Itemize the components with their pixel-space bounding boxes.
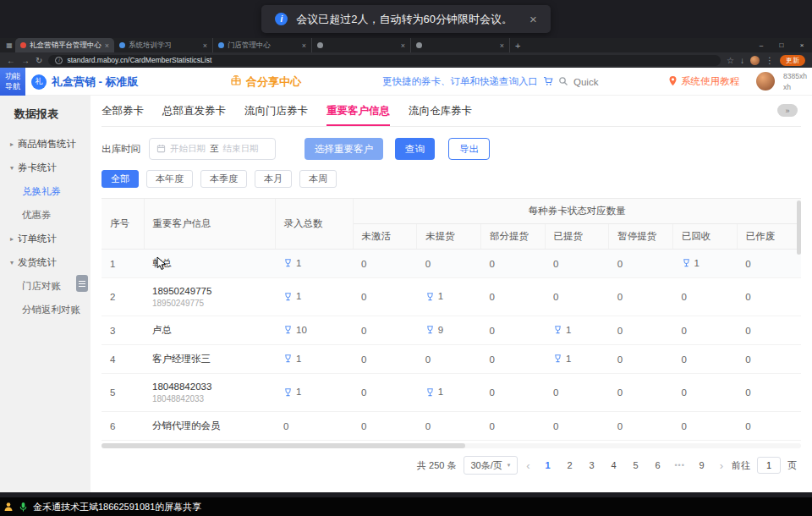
cell-value: 0 xyxy=(745,387,750,398)
share-center-label: 合分享中心 xyxy=(246,74,301,90)
browser-tab[interactable]: 系统培训学习× xyxy=(114,38,213,52)
sidebar-item[interactable]: 优惠券 xyxy=(0,203,91,227)
site-info-icon[interactable]: i xyxy=(55,57,63,64)
select-customer-button[interactable]: 选择重要客户 xyxy=(304,138,383,160)
vertical-scrollbar-thumb[interactable] xyxy=(797,200,801,255)
customer-cell: 1895024977518950249775 xyxy=(144,278,275,316)
quick-filter[interactable]: 全部 xyxy=(102,170,139,188)
new-tab-button[interactable]: + xyxy=(515,41,520,51)
table-row[interactable]: 5180488420331804884203310100000 xyxy=(102,374,801,412)
tutorial-link[interactable]: 系统使用教程 xyxy=(668,68,739,96)
table-row[interactable]: 6分销代理的会员00000000 xyxy=(102,412,801,441)
page-number-button[interactable]: 5 xyxy=(627,456,645,475)
content-tab[interactable]: 流向门店券卡 xyxy=(244,104,308,118)
reload-icon[interactable]: ↻ xyxy=(36,56,42,65)
quick-filter[interactable]: 本季度 xyxy=(200,170,247,188)
share-center-link[interactable]: 合分享中心 xyxy=(230,68,301,96)
cell-value: 0 xyxy=(682,387,687,398)
quick-label[interactable]: Quick xyxy=(573,77,598,87)
maximize-button[interactable]: □ xyxy=(771,38,792,52)
page-number-button[interactable]: 1 xyxy=(539,456,557,475)
table-row[interactable]: 1韩总10000010 xyxy=(102,250,801,278)
sidebar-collapse-handle[interactable] xyxy=(76,275,88,292)
prev-page-button[interactable]: ‹ xyxy=(524,459,531,472)
quick-filter[interactable]: 本周 xyxy=(299,170,337,188)
page-size-select[interactable]: 30条/页 ▾ xyxy=(464,456,518,475)
browser-menu-icon[interactable]: ⋮ xyxy=(765,56,774,65)
browser-tab[interactable]: × xyxy=(312,38,411,52)
content-tab[interactable]: 全部券卡 xyxy=(102,104,144,118)
export-button[interactable]: 导出 xyxy=(448,138,490,160)
page-number-button[interactable]: 4 xyxy=(605,456,623,475)
function-nav-toggle[interactable]: 功能 导航 xyxy=(0,68,25,96)
horizontal-scrollbar[interactable] xyxy=(102,443,801,448)
quick-hint-link[interactable]: 更快捷的券卡、订单和快递查询入口 xyxy=(382,75,538,88)
cell-value: 10 xyxy=(296,325,307,335)
table-row[interactable]: 7唐总2001801010 xyxy=(102,441,801,442)
bookmark-star-icon[interactable]: ☆ xyxy=(727,56,734,65)
toast-close-icon[interactable]: × xyxy=(529,12,537,26)
status-cell: 0 xyxy=(417,412,481,441)
browser-tab[interactable]: 礼盒营销平台管理中心× xyxy=(15,38,114,52)
cell-value-wrap: 0 xyxy=(425,421,431,431)
search-button[interactable]: 查询 xyxy=(395,138,435,160)
search-icon[interactable] xyxy=(558,74,568,90)
tab-close-icon[interactable]: × xyxy=(203,41,207,50)
user-avatar[interactable] xyxy=(756,72,775,91)
browser-tab[interactable]: × xyxy=(411,38,510,52)
chrome-update-button[interactable]: 更新 xyxy=(780,55,805,66)
sidebar-item[interactable]: ▾发货统计 xyxy=(0,250,91,274)
next-page-button[interactable]: › xyxy=(718,459,725,472)
url-box[interactable]: i standard.maboy.cn/CardMemberStatistics… xyxy=(48,55,721,66)
page-number-button[interactable]: 6 xyxy=(649,456,667,475)
chevron-icon: ▸ xyxy=(10,235,14,243)
cell-value: 0 xyxy=(553,421,558,431)
tab-grid-icon[interactable]: ▦ xyxy=(3,41,15,49)
status-cell: 0 xyxy=(545,374,609,412)
info-icon: i xyxy=(275,13,288,25)
page-number-button[interactable]: 3 xyxy=(583,456,601,475)
minimize-button[interactable]: – xyxy=(751,38,771,52)
download-icon[interactable]: ↓ xyxy=(740,56,744,65)
cell-value: 0 xyxy=(745,421,750,431)
screen-share-label: 金禾通技术王斌18662591081的屏幕共享 xyxy=(33,501,201,513)
status-cell: 0 xyxy=(417,250,481,278)
vertical-scrollbar[interactable] xyxy=(796,199,801,442)
cell-value: 0 xyxy=(361,354,366,365)
page-number-button[interactable]: 9 xyxy=(693,456,711,475)
tab-close-icon[interactable]: × xyxy=(105,41,109,50)
content-tab[interactable]: 总部直发券卡 xyxy=(162,104,226,118)
forward-icon[interactable]: → xyxy=(21,56,30,65)
page-number-button[interactable]: 2 xyxy=(561,456,579,475)
content-tab[interactable]: 重要客户信息 xyxy=(326,104,390,118)
content-tab[interactable]: 流向仓库券卡 xyxy=(409,104,472,118)
quick-filter[interactable]: 本月 xyxy=(255,170,292,188)
sidebar-item[interactable]: ▸商品销售统计 xyxy=(0,132,91,156)
sidebar-item[interactable]: 分销返利对账 xyxy=(0,298,91,321)
date-range-picker[interactable]: 开始日期 至 结束日期 xyxy=(149,138,276,160)
sidebar-item[interactable]: ▾券卡统计 xyxy=(0,156,91,179)
tab-close-icon[interactable]: × xyxy=(302,41,306,50)
horizontal-scrollbar-thumb[interactable] xyxy=(102,443,465,448)
sidebar-item[interactable]: ▸订单统计 xyxy=(0,227,91,250)
browser-tab[interactable]: 门店管理中心× xyxy=(213,38,312,52)
end-date-placeholder: 结束日期 xyxy=(223,143,259,155)
close-window-button[interactable]: × xyxy=(792,38,812,52)
total-cell: 20 xyxy=(275,441,353,442)
status-cell: 0 xyxy=(480,316,545,345)
tab-close-icon[interactable]: × xyxy=(500,41,504,50)
nav-toggle-line2: 导航 xyxy=(5,82,20,92)
table-row[interactable]: 4客户经理张三10001000 xyxy=(102,345,801,374)
table-row[interactable]: 3卢总100901000 xyxy=(102,316,801,345)
customer-name: 卢总 xyxy=(152,324,266,337)
browser-profile-avatar[interactable] xyxy=(750,56,760,65)
back-icon[interactable]: ← xyxy=(7,56,15,65)
total-cell: 1 xyxy=(275,278,353,316)
quick-filter[interactable]: 本年度 xyxy=(146,170,193,188)
tab-close-icon[interactable]: × xyxy=(401,41,405,50)
sidebar-item[interactable]: 兑换礼券 xyxy=(0,179,91,203)
cell-value: 0 xyxy=(682,326,687,336)
goto-page-input[interactable]: 1 xyxy=(757,457,781,474)
expand-tabs-button[interactable]: » xyxy=(777,104,798,117)
table-row[interactable]: 2189502497751895024977510100000 xyxy=(102,278,801,316)
